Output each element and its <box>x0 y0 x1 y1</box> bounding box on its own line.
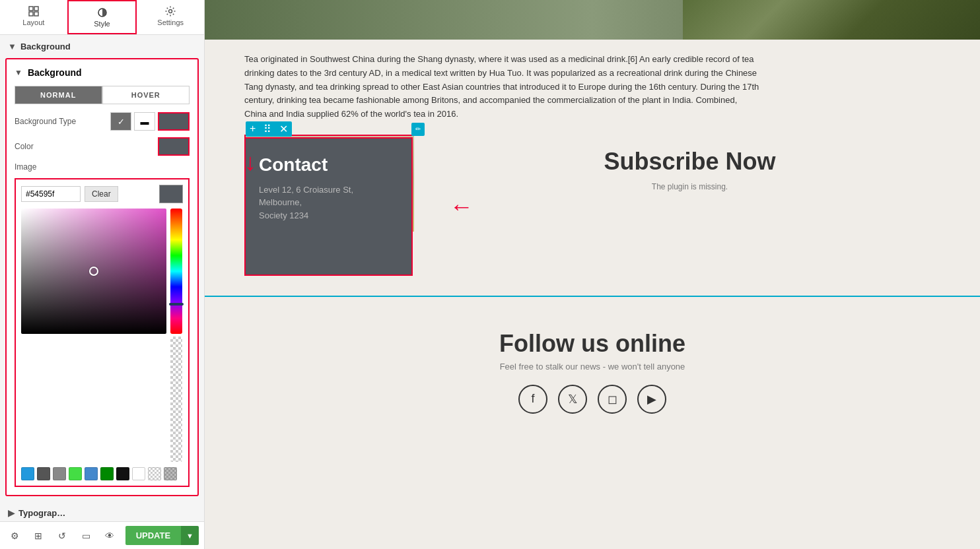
facebook-icon[interactable]: f <box>518 385 547 414</box>
svg-point-5 <box>169 10 172 13</box>
color-row: Color <box>15 137 190 156</box>
color-label: Color <box>15 142 158 151</box>
svg-rect-0 <box>29 7 33 11</box>
widget-row: ✏ + ⠿ ✕ 🧺 Contact Lev <box>205 135 980 276</box>
svg-rect-1 <box>34 7 38 11</box>
layers-toolbar-icon[interactable]: ⊞ <box>29 527 48 545</box>
widget-close-btn[interactable]: ✕ <box>275 121 292 137</box>
youtube-icon[interactable]: ▶ <box>637 385 666 414</box>
preset-swatch-black[interactable] <box>116 467 129 480</box>
preset-swatch-green[interactable] <box>69 467 82 480</box>
left-widget-column: ✏ + ⠿ ✕ 🧺 Contact Lev <box>244 135 413 276</box>
hue-bar-container <box>170 209 182 462</box>
follow-section: Follow us online Feel free to stalk our … <box>205 317 980 440</box>
main-content: Tea originated in Southwest China during… <box>205 0 980 549</box>
hue-bar[interactable] <box>170 209 182 334</box>
panel-content: ▼ Background ▼ Background NORMAL HOVER B… <box>0 35 204 521</box>
preset-swatch-cyan[interactable] <box>21 467 34 480</box>
instagram-icon[interactable]: ◻ <box>598 385 627 414</box>
preset-swatch-white[interactable] <box>132 467 145 480</box>
gradient-cursor <box>89 267 98 276</box>
tab-settings-label: Settings <box>157 18 184 26</box>
update-dropdown-button[interactable]: ▼ <box>181 526 199 545</box>
preset-swatch-blue[interactable] <box>85 467 98 480</box>
preset-colors <box>21 467 183 480</box>
top-image-thumbnail <box>683 0 980 40</box>
contact-box-title: Contact <box>259 154 398 176</box>
bg-card-arrow: ▼ <box>15 68 22 77</box>
preview-toolbar-icon[interactable]: 👁 <box>100 527 119 545</box>
widget-move-btn[interactable]: ⠿ <box>260 121 275 137</box>
style-icon <box>96 7 108 18</box>
svg-rect-2 <box>29 12 33 16</box>
section-arrow: ▼ <box>8 42 17 51</box>
bottom-toolbar: ⚙ ⊞ ↺ ▭ 👁 UPDATE ▼ <box>0 521 204 549</box>
background-card: ▼ Background NORMAL HOVER Background Typ… <box>5 58 199 496</box>
top-image-strip <box>205 0 980 40</box>
preset-swatch-transparent2[interactable] <box>164 467 177 480</box>
address-line1: Level 12, 6 Croiasure St, <box>259 185 353 195</box>
hex-row: Clear <box>21 185 183 203</box>
clear-button[interactable]: Clear <box>85 186 118 202</box>
bg-card-title: ▼ Background <box>15 67 190 78</box>
preset-swatch-darkgreen[interactable] <box>100 467 114 480</box>
history-toolbar-icon[interactable]: ↺ <box>53 527 71 545</box>
contact-box-address: Level 12, 6 Croiasure St, Melbourne, Soc… <box>259 183 398 222</box>
preset-swatch-transparent[interactable] <box>148 467 161 480</box>
hex-input[interactable] <box>21 186 81 202</box>
intro-text-section: Tea originated in Southwest China during… <box>205 40 799 135</box>
subscribe-title: Subscribe Now <box>439 148 940 176</box>
tab-settings[interactable]: Settings <box>137 0 204 34</box>
subscribe-section: Subscribe Now The plugin is missing. <box>439 135 940 205</box>
settings-icon <box>164 5 176 17</box>
bg-type-row: Background Type ✓ ▬ <box>15 112 190 131</box>
section-title: Background <box>20 42 71 51</box>
tab-layout[interactable]: Layout <box>0 0 67 34</box>
state-buttons: NORMAL HOVER <box>15 86 190 104</box>
social-icons: f 𝕏 ◻ ▶ <box>244 385 940 414</box>
red-arrow-left-indicator: ← <box>450 193 471 220</box>
type-gradient-btn[interactable]: ▬ <box>134 112 155 131</box>
layout-icon <box>28 5 40 17</box>
plugin-missing-text: The plugin is missing. <box>439 182 940 191</box>
tab-layout-label: Layout <box>22 18 44 26</box>
gradient-canvas[interactable] <box>21 209 166 334</box>
dark-swatch-preview <box>159 185 183 203</box>
type-color-btn[interactable]: ✓ <box>110 112 131 131</box>
opacity-bar[interactable] <box>170 337 182 462</box>
tab-style-label: Style <box>94 20 110 28</box>
hue-thumb <box>169 303 184 306</box>
edit-pen-icon[interactable]: ✏ <box>411 123 425 136</box>
state-normal-btn[interactable]: NORMAL <box>15 86 102 104</box>
typography-label: Typograp… <box>18 508 65 518</box>
cyan-separator <box>205 296 980 297</box>
left-panel: Layout Style Settings ▼ Background <box>0 0 205 549</box>
contact-box: Contact Level 12, 6 Croiasure St, Melbou… <box>244 137 413 276</box>
responsive-toolbar-icon[interactable]: ▭ <box>77 527 95 545</box>
update-button-group: UPDATE ▼ <box>125 526 199 545</box>
address-line3: Society 1234 <box>259 210 308 220</box>
follow-subtitle: Feel free to stalk our news - we won't t… <box>244 362 940 371</box>
preset-swatch-gray[interactable] <box>53 467 66 480</box>
typography-arrow: ▶ <box>8 508 15 518</box>
bg-type-label: Background Type <box>15 117 110 126</box>
twitter-icon[interactable]: 𝕏 <box>558 385 587 414</box>
address-line2: Melbourne, <box>259 197 302 207</box>
intro-text: Tea originated in Southwest China during… <box>244 53 759 121</box>
type-image-btn[interactable] <box>158 112 190 131</box>
widget-add-btn[interactable]: + <box>246 121 260 137</box>
color-picker: Clear <box>15 178 190 487</box>
image-label: Image <box>15 162 36 172</box>
tab-style[interactable]: Style <box>67 0 137 34</box>
section-typography[interactable]: ▶ Typograp… <box>0 501 204 521</box>
widget-controls-bar: + ⠿ ✕ <box>246 121 292 137</box>
svg-rect-3 <box>34 12 38 16</box>
update-button[interactable]: UPDATE <box>125 526 181 545</box>
section-header-background[interactable]: ▼ Background <box>0 35 204 58</box>
follow-title: Follow us online <box>244 330 940 358</box>
image-row: Image <box>15 162 190 172</box>
settings-toolbar-icon[interactable]: ⚙ <box>5 527 24 545</box>
color-swatch[interactable] <box>158 137 190 156</box>
state-hover-btn[interactable]: HOVER <box>102 86 190 104</box>
preset-swatch-dark[interactable] <box>37 467 50 480</box>
